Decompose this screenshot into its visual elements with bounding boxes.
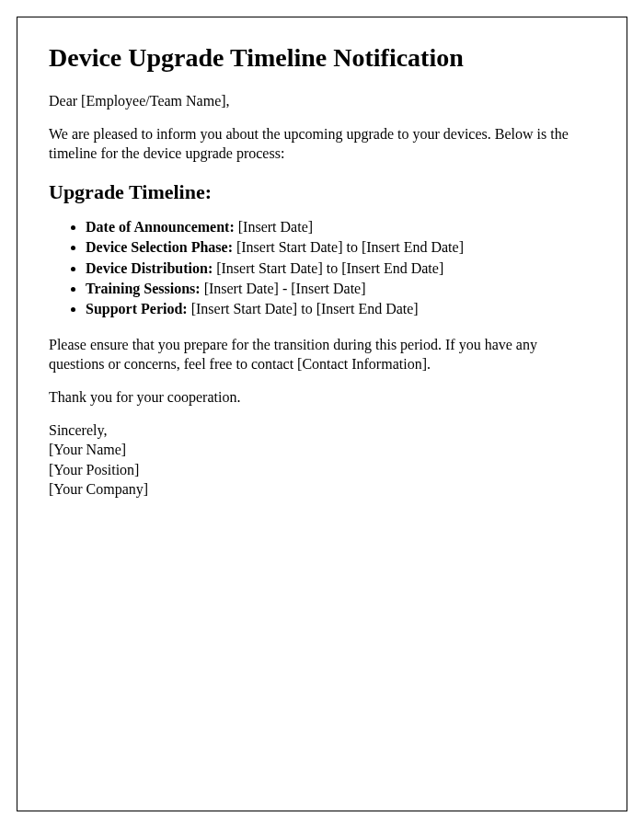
salutation: Dear [Employee/Team Name], xyxy=(49,91,595,111)
list-item: Training Sessions: [Insert Date] - [Inse… xyxy=(86,279,595,299)
timeline-label: Date of Announcement: xyxy=(86,219,235,235)
list-item: Support Period: [Insert Start Date] to [… xyxy=(86,299,595,319)
timeline-label: Device Selection Phase: xyxy=(86,239,233,255)
list-item: Date of Announcement: [Insert Date] xyxy=(86,217,595,237)
signature-closing: Sincerely, xyxy=(49,420,595,441)
timeline-value: [Insert Date] - [Insert Date] xyxy=(201,281,366,296)
list-item: Device Selection Phase: [Insert Start Da… xyxy=(86,237,595,258)
timeline-list: Date of Announcement: [Insert Date] Devi… xyxy=(86,217,595,320)
list-item: Device Distribution: [Insert Start Date]… xyxy=(86,259,595,279)
closing-instructions: Please ensure that you prepare for the t… xyxy=(49,335,595,374)
timeline-label: Training Sessions: xyxy=(86,281,201,296)
intro-paragraph: We are pleased to inform you about the u… xyxy=(49,124,595,164)
signature-position: [Your Position] xyxy=(49,460,595,480)
timeline-value: [Insert Date] xyxy=(235,219,313,235)
timeline-label: Device Distribution: xyxy=(86,260,213,276)
timeline-value: [Insert Start Date] to [Insert End Date] xyxy=(213,260,443,276)
timeline-value: [Insert Start Date] to [Insert End Date] xyxy=(188,301,419,316)
timeline-label: Support Period: xyxy=(86,301,188,316)
signature-name: [Your Name] xyxy=(49,440,595,460)
document-title: Device Upgrade Timeline Notification xyxy=(49,43,595,73)
signature-company: [Your Company] xyxy=(49,479,595,500)
signature-block: Sincerely, [Your Name] [Your Position] [… xyxy=(49,420,595,500)
document-frame: Device Upgrade Timeline Notification Dea… xyxy=(17,17,627,811)
timeline-value: [Insert Start Date] to [Insert End Date] xyxy=(233,239,464,255)
timeline-heading: Upgrade Timeline: xyxy=(49,180,595,204)
thanks: Thank you for your cooperation. xyxy=(49,387,595,408)
